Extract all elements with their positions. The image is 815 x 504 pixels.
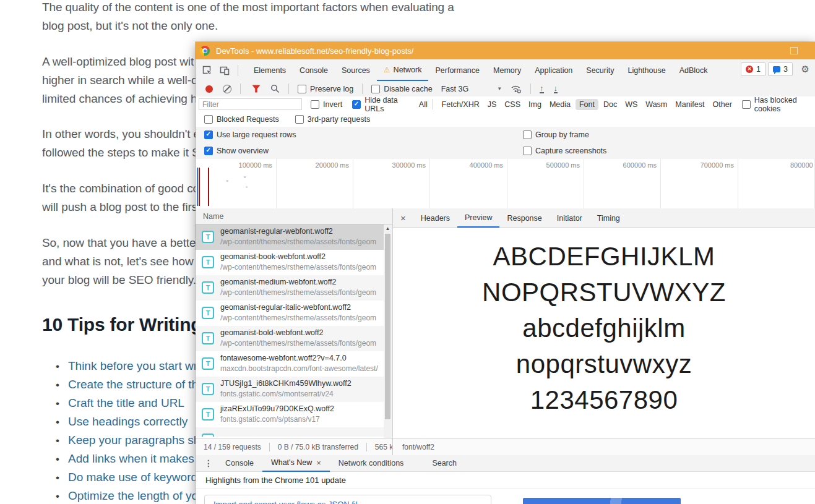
article-link[interactable]: Do make use of keywords	[68, 471, 204, 484]
invert-checkbox[interactable]	[311, 100, 319, 109]
filter-input[interactable]	[199, 98, 302, 110]
tab-close-icon[interactable]: ×	[316, 458, 321, 468]
tab-preview[interactable]: Preview	[457, 208, 499, 228]
tab-application[interactable]: Application	[528, 60, 579, 80]
group-by-frame-checkbox[interactable]	[523, 130, 532, 139]
tab-response[interactable]: Response	[499, 209, 549, 227]
preserve-log-checkbox[interactable]	[298, 85, 306, 93]
article-link[interactable]: Use headings correctly	[68, 415, 188, 428]
third-party-toggle[interactable]: 3rd-party requests	[295, 115, 370, 124]
table-row[interactable]	[196, 427, 384, 437]
group-by-frame-toggle[interactable]: Group by frame	[523, 130, 589, 139]
table-row[interactable]: T geomanist-medium-webfont.woff2 /wp-con…	[196, 275, 384, 301]
scrollbar-thumb[interactable]	[385, 234, 390, 419]
close-icon[interactable]: ×	[400, 213, 406, 223]
font-sample-line: nopqrstuvwxyz	[393, 346, 815, 382]
device-toolbar-button[interactable]	[219, 65, 230, 76]
tab-initiator[interactable]: Initiator	[550, 209, 590, 227]
table-row[interactable]: T fontawesome-webfont.woff2?v=4.7.0 maxc…	[196, 351, 384, 377]
clear-button[interactable]	[223, 85, 231, 93]
tab-security[interactable]: Security	[579, 60, 621, 80]
tab-timing[interactable]: Timing	[590, 209, 627, 227]
has-blocked-cookies-checkbox[interactable]	[742, 100, 751, 109]
tab-elements[interactable]: Elements	[247, 60, 293, 80]
show-overview-checkbox[interactable]	[204, 147, 213, 155]
capture-screenshots-checkbox[interactable]	[523, 147, 532, 155]
messages-badge[interactable]: 3	[768, 62, 793, 76]
whats-new-thumbnail[interactable]	[523, 498, 681, 504]
network-conditions-button[interactable]	[511, 84, 522, 93]
drawer-tab-console[interactable]: Console	[217, 456, 262, 471]
table-row[interactable]: T geomanist-regular-webfont.woff2 /wp-co…	[196, 224, 384, 250]
article-link[interactable]: Keep your paragraphs sho	[68, 434, 207, 446]
article-link[interactable]: Think before you start wri	[68, 359, 200, 372]
record-button[interactable]	[205, 85, 213, 93]
whats-new-card[interactable]: Import and export user flows as JSON fil	[204, 495, 491, 504]
type-filter-all[interactable]: All	[419, 100, 428, 109]
blocked-requests-checkbox[interactable]	[204, 115, 213, 124]
filter-toggle-button[interactable]	[252, 85, 261, 93]
tab-performance[interactable]: Performance	[428, 60, 486, 80]
whats-new-link[interactable]: Import and export user flows as JSON fil	[213, 500, 358, 504]
scroll-up-icon[interactable]: ▲	[384, 224, 392, 233]
tab-lighthouse[interactable]: Lighthouse	[621, 60, 672, 80]
type-filter-media[interactable]: Media	[550, 100, 571, 109]
drawer-tab-network-conditions[interactable]: Network conditions	[330, 456, 413, 471]
type-filter-js[interactable]: JS	[488, 100, 497, 109]
article-link[interactable]: Create the structure of the	[68, 378, 205, 391]
tab-label: Network conditions	[339, 459, 404, 468]
bullet-icon: •	[56, 490, 59, 502]
table-row[interactable]: T geomanist-bold-webfont.woff2 /wp-conte…	[196, 326, 384, 351]
maximize-button[interactable]	[790, 47, 798, 54]
name-column-header[interactable]: Name	[196, 208, 392, 224]
type-filter-doc[interactable]: Doc	[603, 100, 617, 109]
search-button[interactable]	[270, 84, 280, 93]
tab-adblock[interactable]: AdBlock	[673, 60, 715, 80]
type-filter-css[interactable]: CSS	[504, 100, 520, 109]
import-har-button[interactable]: ↑	[540, 84, 544, 93]
type-filter-manifest[interactable]: Manifest	[675, 100, 704, 109]
show-overview-toggle[interactable]: Show overview	[204, 147, 269, 155]
drawer-tab-search[interactable]: Search	[423, 456, 465, 471]
type-filter-other[interactable]: Other	[713, 100, 732, 109]
paragraph: It's the combination of good co will pus…	[42, 179, 199, 216]
error-badge[interactable]: ✕1	[741, 62, 765, 76]
table-row[interactable]: T jizaRExUiTo99u79D0KExQ.woff2 fonts.gst…	[196, 402, 384, 427]
tab-headers[interactable]: Headers	[413, 209, 457, 227]
list-item: •Craft the title and URL	[56, 394, 207, 412]
type-filter-font[interactable]: Font	[576, 99, 598, 110]
throttling-dropdown[interactable]: Fast 3G ▼	[441, 85, 502, 93]
disable-cache-checkbox[interactable]	[371, 85, 380, 93]
table-row[interactable]: T JTUSjIg1_i6t8kCHKm459Wlhyw.woff2 fonts…	[196, 377, 384, 402]
tab-sources[interactable]: Sources	[335, 60, 377, 80]
type-filter-img[interactable]: Img	[528, 100, 541, 109]
hide-data-urls-checkbox[interactable]	[352, 100, 361, 109]
article-link[interactable]: Craft the title and URL	[68, 396, 184, 409]
third-party-checkbox[interactable]	[295, 115, 304, 124]
tab-network[interactable]: ⚠Network	[377, 59, 429, 81]
drawer-menu-icon[interactable]: ⋮	[204, 458, 213, 468]
network-overview-timeline[interactable]: 100000 ms 200000 ms 300000 ms 400000 ms …	[196, 159, 815, 209]
table-row[interactable]: T geomanist-regular-italic-webfont.woff2…	[196, 301, 384, 326]
table-row[interactable]: T geomanist-book-webfont.woff2 /wp-conte…	[196, 250, 384, 275]
network-toolbar: Preserve log Disable cache Fast 3G ▼ ↑ ↓	[196, 81, 815, 97]
article-link[interactable]: Optimize the length of yo	[68, 489, 198, 502]
type-filter-wasm[interactable]: Wasm	[645, 100, 667, 109]
screen: The quality of the content is one of the…	[0, 0, 815, 504]
export-har-button[interactable]: ↓	[554, 84, 558, 93]
settings-gear-icon[interactable]: ⚙	[801, 64, 809, 75]
preserve-log-toggle[interactable]: Preserve log	[298, 85, 353, 93]
tab-memory[interactable]: Memory	[486, 60, 528, 80]
disable-cache-toggle[interactable]: Disable cache	[371, 85, 433, 93]
devtools-titlebar[interactable]: DevTools - www.reliablesoft.net/seo-frie…	[196, 42, 815, 59]
inspect-element-button[interactable]	[202, 65, 213, 76]
use-large-rows-checkbox[interactable]	[204, 130, 213, 139]
type-filter-fetch-xhr[interactable]: Fetch/XHR	[442, 100, 480, 109]
drawer-tab-whats-new[interactable]: What's New ×	[262, 455, 330, 472]
article-link[interactable]: Add links when it makes s	[68, 452, 204, 465]
use-large-rows-toggle[interactable]: Use large request rows	[204, 130, 296, 139]
blocked-requests-toggle[interactable]: Blocked Requests	[204, 115, 279, 124]
tab-console[interactable]: Console	[293, 60, 335, 80]
capture-screenshots-toggle[interactable]: Capture screenshots	[523, 147, 606, 155]
type-filter-ws[interactable]: WS	[625, 100, 637, 109]
